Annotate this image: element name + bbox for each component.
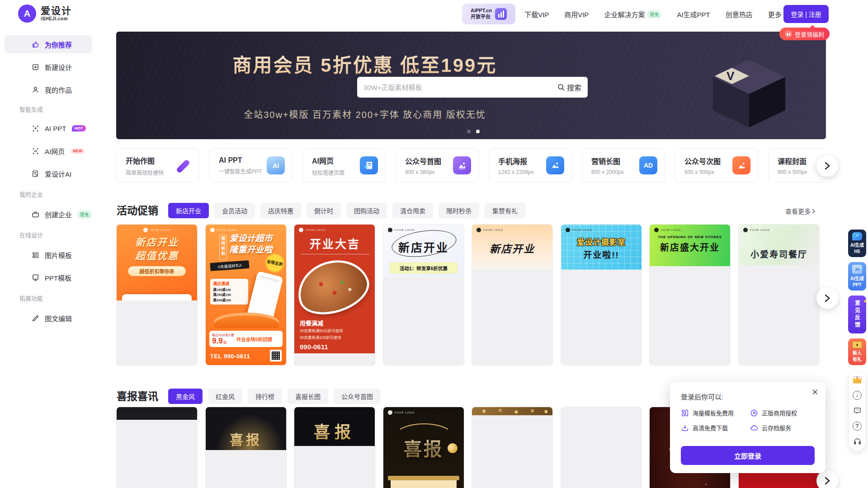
quick-card-subtitle: 轻松搭建页面	[312, 169, 344, 176]
tab-member-activity[interactable]: 会员活动	[214, 203, 255, 218]
login-now-button[interactable]: 立即登录	[681, 446, 815, 465]
ad-icon: AD	[639, 156, 657, 174]
sidebar-label: PPT模板	[45, 273, 71, 282]
nav-download-vip[interactable]: 下载VIP	[524, 9, 549, 19]
template-xibao-3[interactable]: 喜报	[294, 407, 375, 488]
template-headline: 小爱寿司餐厅	[739, 248, 819, 260]
tab-flash-sale[interactable]: 限时秒杀	[439, 203, 479, 218]
quick-card-marketing-long-image[interactable]: 营销长图 800 x 2000px AD	[582, 148, 665, 183]
nav-ai-ppt[interactable]: AI生成PPT	[677, 9, 710, 19]
close-icon[interactable]: ✕	[811, 388, 818, 396]
sidebar-section-extend: 拓展功能	[19, 294, 43, 302]
template-xibao-6[interactable]	[561, 407, 642, 488]
tab-red-gold[interactable]: 红金风	[208, 389, 242, 404]
quick-card-phone-poster[interactable]: 手机海报 1242 x 2208px	[489, 148, 572, 183]
sidebar-label: 为你推荐	[45, 40, 72, 49]
template-logo: YOUR LOGO	[383, 407, 464, 415]
float-feedback-button[interactable]: ★ 意见反馈	[848, 296, 866, 333]
sidebar-item-ai-ppt[interactable]: P AI PPT HOT	[5, 119, 92, 137]
sidebar-item-recommended[interactable]: 为你推荐	[5, 35, 92, 53]
feature-free-templates: 海量模板免费用	[681, 408, 745, 417]
crown-icon[interactable]	[852, 375, 862, 385]
quick-card-wechat-cover[interactable]: 公众号首图 900 x 380px	[396, 148, 479, 183]
float-newcomer-gift-button[interactable]: 新人有礼	[848, 338, 866, 365]
promo-row-next-arrow[interactable]	[816, 287, 838, 309]
pen-icon	[32, 314, 39, 322]
float-ai-h5-button[interactable]: AI生成H5	[848, 230, 866, 257]
template-tag: 限时折扣	[219, 235, 227, 260]
template-opening-fortune[interactable]: YOUR LOGO 开业大吉 用餐满减 20优惠券满50元即可使用 50优惠券满…	[294, 224, 375, 366]
tab-xibao-long[interactable]: 喜报长图	[288, 389, 328, 404]
nav-enterprise-solution[interactable]: 企业解决方案 限免	[604, 9, 661, 19]
sidebar-item-create-company[interactable]: 创建企业 限免	[5, 205, 92, 223]
doc-ai-icon: AI	[32, 170, 39, 178]
message-icon[interactable]	[852, 406, 862, 416]
template-new-store-gradient[interactable]: YOUR LOGO 新店开业	[472, 224, 553, 366]
shapes-grid-icon	[32, 251, 39, 259]
quick-card-ai-web[interactable]: AI网页 轻松搭建页面	[302, 148, 386, 183]
banner-cube-graphic: V	[699, 53, 794, 130]
nav-creative-shop[interactable]: 创意热店	[726, 9, 753, 19]
brackets-h-icon: H	[32, 147, 39, 155]
douyin-icon[interactable]: ♪	[853, 391, 862, 400]
thumb-up-icon	[32, 41, 39, 48]
quick-cards-next-arrow[interactable]	[816, 155, 838, 177]
search-button[interactable]: 搜索	[557, 82, 581, 93]
template-xibao-1[interactable]	[116, 407, 198, 488]
brand-logo[interactable]: A 爱设计 iSHEJI.com	[18, 5, 72, 23]
template-new-store-white[interactable]: YOUR LOGO 新店开业 活动1：转发享6折优惠	[383, 224, 464, 366]
float-ai-ppt-button[interactable]: AI AI生成PPT	[848, 262, 866, 291]
template-xibao-black-gold[interactable]: YOUR LOGO 喜报 截至3月10日 成交额突破	[383, 407, 464, 488]
new-badge: NEW	[70, 148, 85, 154]
feature-label: 正版商用授权	[762, 408, 797, 417]
sidebar-item-richtext-editor[interactable]: 图文编辑	[5, 309, 92, 327]
sidebar-item-my-works[interactable]: 我的作品	[5, 80, 92, 99]
left-sidebar: 为你推荐 新建设计 我的作品 智能生成 P AI PPT HOT H AI网页 …	[0, 28, 116, 488]
tab-like-collect[interactable]: 集赞有礼	[485, 203, 525, 218]
template-xibao-5[interactable]	[472, 407, 553, 488]
tab-group-buy[interactable]: 团购活动	[346, 203, 387, 218]
quick-card-ai-ppt[interactable]: AI PPT 一键智能生成PPT AI	[209, 148, 292, 183]
template-xibao-2[interactable]: 喜报	[205, 407, 287, 488]
quick-card-wechat-secondary[interactable]: 公众号次图 500 x 500px	[675, 148, 758, 183]
template-grand-opening-green[interactable]: YOUR LOGO THE OPENING OF NEW STORES 新店盛大…	[649, 224, 731, 366]
banner-title: 商用会员 5折优惠 低至199元	[116, 50, 613, 77]
template-supermarket-opening[interactable]: YOUR LOGO 限时折扣 爱设计超市隆重开业啦 #充值送好礼# 全场五折 满…	[205, 224, 287, 366]
template-photo-studio-opening[interactable]: YOUR LOGO 爱设计摄影室 开业啦!!	[561, 224, 642, 366]
hero-banner[interactable]: 商用会员 5折优惠 低至199元 搜索 全站30w+模版 百万素材 200+字体…	[116, 32, 826, 139]
login-benefit-tooltip[interactable]: 登录领福利	[779, 28, 830, 40]
sidebar-item-isheji-ai[interactable]: AI 爱设计AI	[5, 164, 92, 183]
quick-card-start-drawing[interactable]: 开始作图 简单高效轻便快	[116, 148, 199, 183]
search-input[interactable]	[363, 84, 554, 91]
nav-commercial-vip[interactable]: 商用VIP	[564, 9, 589, 19]
modal-title: 登录后你可以:	[681, 392, 815, 401]
tab-ranking[interactable]: 排行榜	[248, 389, 282, 404]
headset-icon[interactable]	[852, 436, 862, 446]
login-register-button[interactable]: 登录 | 注册	[783, 5, 829, 23]
tab-clearance[interactable]: 清仓甩卖	[392, 203, 433, 218]
tab-wechat-cover[interactable]: 公众号首图	[334, 389, 381, 404]
template-bullet: 50优惠券满100即可使用	[300, 334, 341, 340]
banner-dot-2[interactable]	[476, 130, 480, 133]
sidebar-label: 创建企业	[45, 210, 72, 219]
sidebar-item-ai-web[interactable]: H AI网页 NEW	[5, 142, 92, 160]
banner-pagination	[351, 130, 595, 133]
feature-hd-download: 高清免费下载	[681, 423, 745, 432]
template-new-store-discount[interactable]: YOUR LOGO 新店开业 超值优惠 超低折扣等你来	[116, 224, 198, 366]
sidebar-item-ppt-templates[interactable]: PPT模板	[5, 268, 92, 286]
promo-see-more-link[interactable]: 查看更多	[785, 206, 815, 216]
feature-label: 云存档服务	[762, 423, 791, 432]
tab-store-anniversary[interactable]: 店庆特惠	[260, 203, 301, 218]
tab-new-store-opening[interactable]: 新店开业	[168, 203, 209, 218]
sidebar-item-new-design[interactable]: 新建设计	[5, 58, 92, 76]
sidebar-label: AI网页	[45, 146, 65, 156]
template-logo: YOUR LOGO	[117, 225, 197, 232]
help-icon[interactable]: ?	[853, 422, 862, 431]
tab-black-gold[interactable]: 黑金风	[168, 389, 203, 404]
aippt-platform-badge[interactable]: AiPPT.cn 开放平台	[462, 4, 515, 24]
banner-dot-1[interactable]	[467, 130, 471, 133]
template-logo: YOUR LOGO	[561, 225, 642, 232]
template-sushi-restaurant[interactable]: YOUR LOGO 小爱寿司餐厅	[738, 224, 820, 366]
sidebar-item-image-templates[interactable]: 图片模板	[5, 246, 92, 264]
tab-countdown[interactable]: 倒计时	[307, 203, 341, 218]
